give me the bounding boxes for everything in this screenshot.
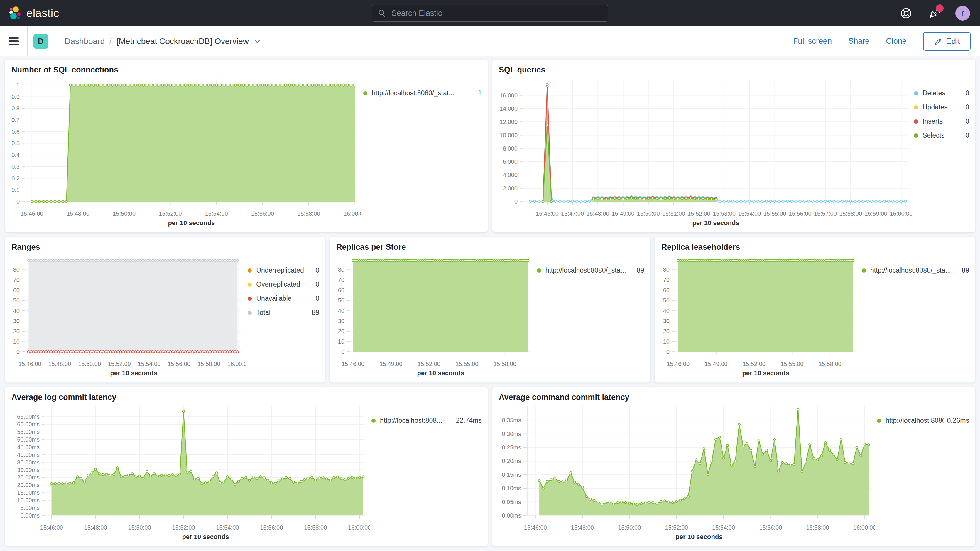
chart-legend: http://localhost:8080/_sta...89 [535, 252, 650, 382]
breadcrumb-dashboard[interactable]: Dashboard [65, 37, 105, 46]
svg-text:15:58:00: 15:58:00 [197, 361, 220, 367]
chart-legend: http://localhost:8080...0.26ms [875, 402, 975, 546]
clone-button[interactable]: Clone [886, 37, 907, 46]
legend-label: http://localhost:8080/_stat... [372, 89, 454, 97]
legend-color-dot [914, 105, 918, 110]
legend-label: Deletes [923, 89, 945, 97]
global-search[interactable] [372, 5, 608, 22]
svg-text:40.00ms: 40.00ms [17, 452, 40, 458]
svg-text:15:48:00: 15:48:00 [84, 524, 107, 531]
legend-item[interactable]: http://localhost:8080...0.26ms [877, 417, 969, 425]
x-axis-title: per 10 seconds [182, 533, 229, 540]
svg-text:15:54:00: 15:54:00 [138, 361, 161, 367]
svg-text:0.7: 0.7 [11, 117, 20, 123]
legend-item[interactable]: http://localhost:8080/_stat...1 [363, 89, 482, 97]
help-button[interactable] [899, 6, 913, 20]
legend-item[interactable]: http://localhost:8080/_sta...89 [537, 266, 644, 274]
chart-command-commit-latency[interactable]: 0.35ms0.30ms0.25ms0.20ms0.15ms0.10ms0.05… [492, 402, 875, 546]
svg-text:10,000: 10,000 [500, 132, 517, 139]
legend-item[interactable]: Unavailable0 [248, 295, 319, 303]
svg-text:2,000: 2,000 [503, 185, 517, 191]
svg-text:15:46:00: 15:46:00 [21, 210, 43, 217]
legend-label: http://localhost:8080/_sta... [870, 266, 951, 274]
legend-item[interactable]: http://localhost:8080/_sta...89 [862, 266, 969, 274]
svg-text:40: 40 [338, 307, 344, 314]
svg-text:15:58:00: 15:58:00 [806, 524, 829, 531]
chart-ranges[interactable]: 8070605040302010015:46:0015:48:0015:50:0… [5, 252, 246, 382]
chevron-down-icon[interactable] [253, 38, 261, 45]
legend-item[interactable]: Deletes0 [914, 89, 969, 97]
svg-text:0.8: 0.8 [11, 105, 20, 111]
svg-text:15:52:00: 15:52:00 [743, 361, 765, 367]
svg-text:20.00ms: 20.00ms [17, 482, 40, 488]
svg-text:0.15ms: 0.15ms [502, 471, 521, 478]
chart-sql-connections[interactable]: 10.90.80.70.60.50.40.30.20.1015:46:0015:… [5, 75, 361, 232]
svg-text:0.20ms: 0.20ms [502, 458, 521, 464]
svg-text:0.1: 0.1 [11, 186, 20, 193]
legend-item[interactable]: Selects0 [914, 131, 969, 139]
legend-color-dot [371, 419, 375, 423]
svg-text:70: 70 [338, 277, 344, 283]
search-icon [378, 9, 387, 18]
chart-legend: http://localhost:8080/_stat...1 [361, 75, 488, 232]
chart-sql-queries[interactable]: 16,00014,00012,00010,0008,0006,0004,0002… [492, 75, 912, 232]
panel-title: Replica leaseholders [661, 243, 969, 252]
share-button[interactable]: Share [848, 37, 869, 46]
chart-log-commit-latency[interactable]: 65.00ms60.00ms55.00ms50.00ms45.00ms40.00… [5, 402, 370, 546]
svg-text:15:58:00: 15:58:00 [304, 524, 327, 531]
search-input[interactable] [372, 5, 608, 22]
pencil-icon [934, 37, 942, 46]
panel-average-log-commit-latency: Average log commit latency 65.00ms60.00m… [5, 387, 488, 546]
space-selector[interactable]: D [27, 26, 54, 56]
legend-label: Unavailable [256, 295, 291, 303]
svg-text:14,000: 14,000 [500, 105, 517, 112]
svg-text:15:47:00: 15:47:00 [561, 210, 584, 217]
svg-text:15:46:00: 15:46:00 [40, 524, 63, 531]
svg-text:15:56:00: 15:56:00 [251, 210, 274, 217]
svg-text:6,000: 6,000 [503, 158, 517, 165]
legend-color-dot [363, 91, 368, 96]
chart-replica-leaseholders[interactable]: 8070605040302010015:46:0015:49:0015:52:0… [655, 252, 860, 382]
breadcrumb-separator: / [110, 37, 112, 46]
chart-legend: Deletes0Updates0Inserts0Selects0 [912, 75, 975, 232]
legend-item[interactable]: Overreplicated0 [248, 280, 319, 288]
svg-text:0.4: 0.4 [11, 152, 20, 158]
svg-text:15:48:00: 15:48:00 [48, 361, 71, 367]
svg-text:10: 10 [663, 338, 669, 345]
dashboard-grid: Number of SQL connections 10.90.80.70.60… [0, 56, 980, 546]
legend-item[interactable]: Updates0 [914, 103, 969, 111]
legend-label: Updates [923, 103, 948, 111]
whats-new-button[interactable] [927, 6, 941, 20]
page-title: [Metricbeat CockroachDB] Overview [116, 37, 249, 46]
edit-button-label: Edit [946, 37, 960, 46]
hamburger-icon [9, 37, 19, 46]
svg-text:15:48:00: 15:48:00 [571, 524, 594, 531]
svg-text:15:56:00: 15:56:00 [260, 524, 283, 531]
legend-item[interactable]: Underreplicated0 [248, 266, 319, 274]
panel-title: Ranges [11, 243, 319, 252]
svg-text:15:49:00: 15:49:00 [612, 210, 635, 217]
legend-item[interactable]: Inserts0 [914, 117, 969, 125]
legend-value: 1 [474, 89, 482, 97]
svg-text:0: 0 [16, 349, 20, 355]
legend-item[interactable]: http://localhost:808...22.74ms [371, 417, 482, 425]
svg-text:0.6: 0.6 [11, 129, 20, 135]
svg-text:15:46:00: 15:46:00 [536, 210, 558, 217]
user-avatar[interactable]: r [955, 6, 970, 21]
svg-text:0.05ms: 0.05ms [502, 499, 521, 505]
full-screen-button[interactable]: Full screen [793, 37, 832, 46]
panel-replicas-per-store: Replicas per Store 8070605040302010015:4… [329, 236, 650, 382]
svg-text:30: 30 [13, 318, 20, 324]
legend-color-dot [248, 311, 252, 315]
edit-button[interactable]: Edit [923, 32, 970, 51]
chart-replicas-per-store[interactable]: 8070605040302010015:46:0015:49:0015:52:0… [330, 252, 535, 382]
legend-color-dot [914, 134, 918, 138]
legend-color-dot [248, 283, 252, 287]
elastic-logo[interactable]: elastic [0, 6, 59, 20]
svg-text:15:48:00: 15:48:00 [586, 210, 609, 217]
legend-item[interactable]: Total89 [248, 309, 319, 317]
chart-svg: 10.90.80.70.60.50.40.30.20.1015:46:0015:… [5, 75, 361, 232]
svg-text:16,000: 16,000 [500, 92, 517, 99]
x-axis-title: per 10 seconds [110, 369, 157, 377]
main-menu-button[interactable] [0, 26, 27, 56]
